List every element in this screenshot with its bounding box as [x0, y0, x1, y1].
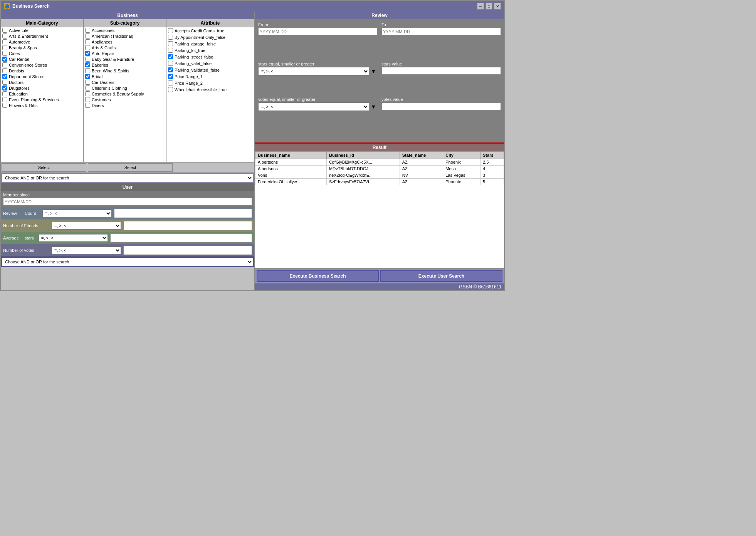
votes-eq-select[interactable]: =, >, <=>< [258, 102, 369, 111]
attr-item[interactable]: Parking_street_false [166, 54, 254, 60]
attr-item[interactable]: Accepts Credit Cards_true [166, 27, 254, 34]
main-cat-checkbox-doctors[interactable] [2, 80, 7, 85]
attr-checkbox-wheelchair[interactable] [168, 87, 173, 92]
user-and-or-select[interactable]: Choose AND or OR for the search AND OR [2, 258, 253, 266]
list-item[interactable]: Baby Gear & Furniture [84, 56, 166, 62]
list-item[interactable]: Automotive [1, 39, 83, 45]
list-item[interactable]: Dentists [1, 68, 83, 74]
list-item[interactable]: Event Planning & Services [1, 97, 83, 102]
close-button[interactable]: ✕ [494, 3, 501, 10]
main-cat-checkbox-dentists[interactable] [2, 68, 7, 73]
sub-cat-checkbox-costumes[interactable] [85, 97, 90, 102]
attr-item[interactable]: Parking_validated_false [166, 67, 254, 73]
main-cat-checkbox-auto[interactable] [2, 39, 7, 44]
list-item[interactable]: Appliances [84, 39, 166, 45]
user-votes-select[interactable]: =, >, <=>< [52, 246, 121, 254]
main-cat-checkbox-dept-stores[interactable] [2, 74, 7, 79]
list-item[interactable]: Children's Clothing [84, 85, 166, 91]
sub-category-select-button[interactable]: Select [88, 163, 173, 172]
main-cat-checkbox-arts[interactable] [2, 34, 7, 39]
sub-cat-checkbox-appliances[interactable] [85, 39, 90, 44]
main-cat-checkbox-flowers[interactable] [2, 103, 7, 108]
sub-cat-checkbox-baby-gear[interactable] [85, 57, 90, 62]
list-item[interactable]: Convenience Stores [1, 62, 83, 68]
list-item[interactable]: Flowers & Gifts [1, 102, 83, 108]
attr-item[interactable]: Parking_lot_true [166, 47, 254, 54]
main-cat-checkbox-car-rental[interactable] [2, 57, 7, 62]
attr-item[interactable]: By Appointment Only_false [166, 34, 254, 40]
stars-value-input[interactable] [381, 67, 501, 75]
attr-item[interactable]: Wheelchair Accessible_true [166, 86, 254, 93]
attr-checkbox-credit-cards[interactable] [168, 28, 173, 33]
list-item[interactable]: Bridal [84, 74, 166, 79]
main-cat-checkbox-beauty[interactable] [2, 45, 7, 50]
attr-checkbox-appointment[interactable] [168, 35, 173, 40]
attr-item[interactable]: Price Range_2 [166, 80, 254, 86]
avg-stars-select[interactable]: =, >, <=>< [39, 234, 108, 242]
votes-dropdown-icon[interactable]: ▼ [369, 103, 378, 111]
main-cat-checkbox-event[interactable] [2, 97, 7, 102]
list-item[interactable]: Active Life [1, 27, 83, 33]
stars-dropdown-icon[interactable]: ▼ [369, 67, 378, 75]
sub-cat-checkbox-american[interactable] [85, 34, 90, 39]
main-cat-checkbox-drugstores[interactable] [2, 85, 7, 90]
minimize-button[interactable]: ─ [477, 3, 484, 10]
list-item[interactable]: Costumes [84, 97, 166, 102]
to-input[interactable] [381, 28, 501, 35]
list-item[interactable]: Car Rental [1, 56, 83, 62]
sub-cat-checkbox-bakeries[interactable] [85, 62, 90, 67]
list-item[interactable]: Auto Repair [84, 50, 166, 56]
votes-value-input[interactable] [381, 102, 501, 110]
attr-item[interactable]: Parking_garage_false [166, 40, 254, 47]
stars-eq-select[interactable]: =, >, <=>< [258, 67, 369, 75]
sub-cat-checkbox-car-dealers[interactable] [85, 80, 90, 85]
avg-stars-value[interactable] [110, 233, 252, 243]
attr-checkbox-parking-garage[interactable] [168, 41, 173, 46]
main-category-select-button[interactable]: Select [2, 163, 86, 172]
list-item[interactable]: Beer, Wine & Spirits [84, 68, 166, 74]
list-item[interactable]: Arts & Entertainment [1, 33, 83, 39]
main-cat-checkbox-education[interactable] [2, 91, 7, 96]
main-cat-checkbox-cafes[interactable] [2, 51, 7, 56]
maximize-button[interactable]: □ [486, 3, 492, 10]
sub-cat-checkbox-bridal[interactable] [85, 74, 90, 79]
user-votes-value[interactable] [123, 246, 252, 255]
list-item[interactable]: Education [1, 91, 83, 97]
attr-checkbox-price-range-2[interactable] [168, 80, 173, 85]
list-item[interactable]: Car Dealers [84, 79, 166, 85]
main-cat-checkbox-active-life[interactable] [2, 28, 7, 33]
sub-cat-checkbox-beer[interactable] [85, 68, 90, 73]
list-item[interactable]: Doctors [1, 79, 83, 85]
review-count-value[interactable] [114, 209, 252, 218]
attr-checkbox-parking-valet[interactable] [168, 61, 173, 66]
attr-checkbox-parking-street[interactable] [168, 54, 173, 59]
sub-cat-checkbox-accessories[interactable] [85, 28, 90, 33]
member-since-input[interactable] [3, 198, 252, 206]
sub-cat-checkbox-cosmetics[interactable] [85, 91, 90, 96]
business-and-or-select[interactable]: Choose AND or OR for the search AND OR [2, 174, 253, 182]
sub-cat-checkbox-auto-repair[interactable] [85, 51, 90, 56]
execute-business-search-button[interactable]: Execute Business Search [257, 270, 379, 282]
attr-checkbox-parking-lot[interactable] [168, 48, 173, 53]
attr-item[interactable]: Price Range_1 [166, 73, 254, 80]
list-item[interactable]: Bakeries [84, 62, 166, 68]
list-item[interactable]: Accessories [84, 27, 166, 33]
list-item[interactable]: Diners [84, 102, 166, 108]
attr-item[interactable]: Parking_valet_false [166, 60, 254, 67]
main-cat-checkbox-convenience[interactable] [2, 62, 7, 67]
attr-checkbox-price-range-1[interactable] [168, 74, 173, 79]
sub-cat-checkbox-childrens[interactable] [85, 85, 90, 90]
list-item[interactable]: American (Traditional) [84, 33, 166, 39]
list-item[interactable]: Drugstores [1, 85, 83, 91]
execute-user-search-button[interactable]: Execute User Search [380, 270, 502, 282]
friends-select[interactable]: =, >, <=>< [52, 222, 121, 229]
attr-checkbox-parking-validated[interactable] [168, 67, 173, 72]
list-item[interactable]: Department Stores [1, 74, 83, 79]
review-count-select[interactable]: =, >, <=>< [42, 209, 112, 217]
sub-cat-checkbox-arts-crafts[interactable] [85, 45, 90, 50]
list-item[interactable]: Arts & Crafts [84, 45, 166, 50]
from-input[interactable] [258, 28, 378, 35]
friends-value[interactable] [123, 221, 252, 230]
list-item[interactable]: Cosmetics & Beauty Supply [84, 91, 166, 97]
list-item[interactable]: Beauty & Spas [1, 45, 83, 50]
